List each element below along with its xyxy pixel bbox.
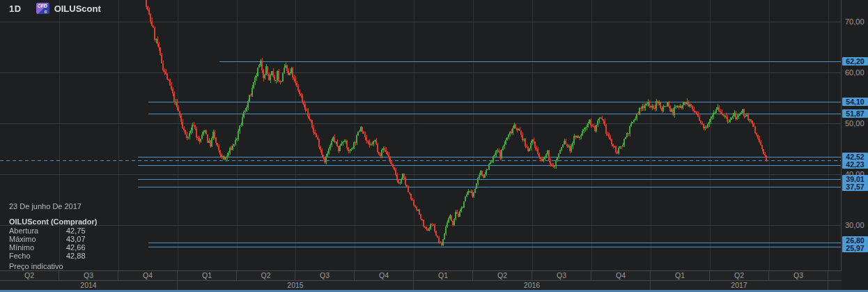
ohlc-row: Fecho42,88 <box>9 252 121 260</box>
price-level-tag: 62,20 <box>842 57 868 66</box>
price-tick: 30,00 <box>845 221 865 229</box>
time-axis-quarters[interactable]: Q2Q3Q4Q1Q2Q3Q4Q1Q2Q3Q4Q1Q2Q3 <box>0 270 842 280</box>
year-cell: 2016 <box>414 281 651 290</box>
ohlc-value: 42,66 <box>66 243 86 252</box>
quarter-cell: Q2 <box>473 271 532 280</box>
quarter-cell: Q1 <box>414 271 473 280</box>
cfd-instrument-icon: CFD c <box>36 3 49 14</box>
quarter-cell: Q3 <box>532 271 591 280</box>
ohlc-label: Abertura <box>9 226 38 235</box>
quarter-cell: Q2 <box>0 271 59 280</box>
quarter-cell: Q4 <box>118 271 178 280</box>
ohlc-row: Máximo43,07 <box>9 235 121 243</box>
axis-corner <box>842 270 868 290</box>
quarter-cell: Q3 <box>769 271 828 280</box>
ohlc-value: 42,88 <box>66 252 86 260</box>
quarter-cell: Q2 <box>237 271 295 280</box>
quarter-cell: Q4 <box>355 271 414 280</box>
time-axis-years[interactable]: 2014201520162017 <box>0 280 842 290</box>
year-cell: 2017 <box>651 281 828 290</box>
ohlc-value: 43,07 <box>66 235 86 243</box>
chart-header: 1D CFD c OILUScont <box>9 3 101 14</box>
quarter-cell: Q4 <box>591 271 651 280</box>
quarter-cell: Q1 <box>178 271 237 280</box>
ohlc-label: Máximo <box>9 235 36 243</box>
price-level-tag: 54,10 <box>842 98 868 106</box>
cfd-badge-subtext: c <box>45 9 47 14</box>
hover-date: 23 De junho De 2017 <box>9 202 82 210</box>
symbol-name: OILUScont <box>54 3 101 14</box>
instrument-title: OILUScont (Comprador) <box>9 217 98 226</box>
price-tick: 70,00 <box>845 17 865 26</box>
ohlc-row: Abertura42,75 <box>9 226 121 235</box>
price-level-tag: 25,97 <box>842 244 868 252</box>
quarter-cell: Q1 <box>651 271 710 280</box>
timeframe-label[interactable]: 1D <box>9 3 22 14</box>
trading-chart-window: 1D CFD c OILUScont 23 De junho De 2017 O… <box>0 0 868 292</box>
price-level-tag: 37,57 <box>842 183 868 191</box>
ohlc-label: Mínimo <box>9 243 34 252</box>
year-cell: 2015 <box>178 281 414 290</box>
price-chart-canvas[interactable] <box>0 0 841 270</box>
ohlc-label: Fecho <box>9 252 31 260</box>
ohlc-row: Mínimo42,66 <box>9 243 121 252</box>
price-level-tag: 42,23 <box>842 160 868 169</box>
quarter-cell: Q2 <box>710 271 769 280</box>
price-tick: 50,00 <box>845 119 865 128</box>
indicative-price-note: Preço indicativo <box>9 262 63 270</box>
price-axis[interactable]: 70,0060,0050,0040,0030,0062,2054,1051,87… <box>841 0 868 270</box>
price-tick: 60,00 <box>845 68 865 77</box>
year-cell: 2014 <box>0 281 178 290</box>
ohlc-rows: Abertura42,75Máximo43,07Mínimo42,66Fecho… <box>9 226 121 260</box>
price-level-tag: 51,87 <box>842 109 868 118</box>
quarter-cell: Q3 <box>295 271 355 280</box>
quarter-cell: Q3 <box>59 271 118 280</box>
ohlc-value: 42,75 <box>66 226 86 235</box>
cfd-badge-text: CFD <box>38 3 47 8</box>
